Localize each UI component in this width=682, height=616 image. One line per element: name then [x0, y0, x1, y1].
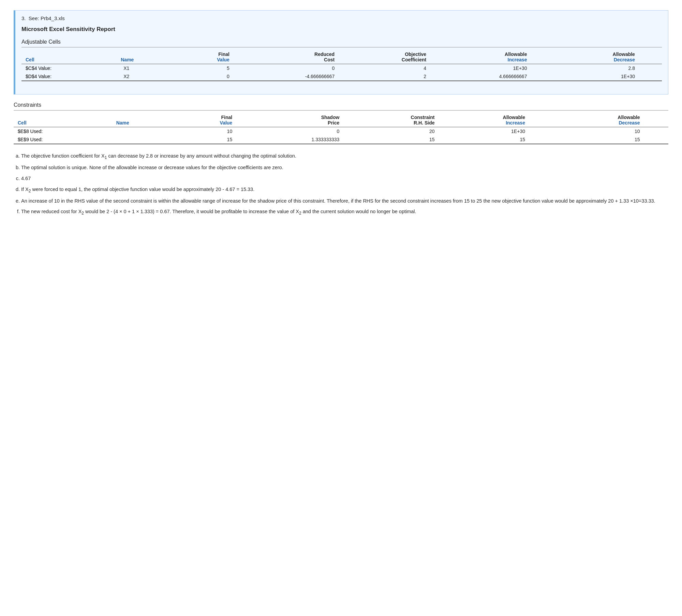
adj-spacer-1: [531, 64, 554, 73]
constraints-header-row2: Cell Name Value Price R.H. Side Increase…: [14, 120, 668, 127]
cth-spacer3: [529, 120, 553, 127]
th-cell-blank: [21, 50, 117, 57]
con-name-1: [112, 127, 175, 136]
constraint-row-1: $E$8 Used: 10 0 20 1E+30 10: [14, 127, 668, 136]
th-spacer4: [639, 57, 662, 64]
th-spacer1: [531, 50, 554, 57]
cth-constraint: Constraint: [343, 113, 439, 120]
answer-b: The optimal solution is unique. None of …: [21, 164, 668, 172]
th-final: Final: [176, 50, 234, 57]
adjustable-row-1: $C$4 Value: X1 5 0 4 1E+30 2.8: [21, 64, 662, 73]
th-increase-label: Increase: [430, 57, 531, 64]
cth-price-label: Price: [236, 120, 343, 127]
adjustable-header-row2: Cell Name Value Cost Coefficient Increas…: [21, 57, 662, 64]
adj-reduced-1: 0: [234, 64, 339, 73]
adj-coeff-2: 2: [339, 72, 430, 81]
con-cell-2: $E$9 Used:: [14, 135, 112, 144]
cth-decrease-label: Decrease: [553, 120, 644, 127]
adj-dec-1: 2.8: [554, 64, 639, 73]
adj-dec-2: 1E+30: [554, 72, 639, 81]
th-allowable-inc-1: Allowable: [430, 50, 531, 57]
con-inc-2: 15: [439, 135, 529, 144]
cth-spacer1: [529, 113, 553, 120]
cth-final: Final: [175, 113, 236, 120]
cth-allowable-inc: Allowable: [439, 113, 529, 120]
cth-spacer2: [644, 113, 668, 120]
constraints-table: Final Shadow Constraint Allowable Allowa…: [14, 113, 668, 144]
con-rhs-1: 20: [343, 127, 439, 136]
adj-cell-1: $C$4 Value:: [21, 64, 117, 73]
con-dec-1: 10: [553, 127, 644, 136]
constraints-header-row1: Final Shadow Constraint Allowable Allowa…: [14, 113, 668, 120]
con-spacer-4: [644, 135, 668, 144]
cth-shadow: Shadow: [236, 113, 343, 120]
cth-name-label: Name: [112, 120, 175, 127]
constraint-row-2: $E$9 Used: 15 1.333333333 15 15 15: [14, 135, 668, 144]
adj-final-2: 0: [176, 72, 234, 81]
answers-section: The objective function coefficient for X…: [14, 152, 668, 216]
th-objective: Objective: [339, 50, 430, 57]
adj-cell-2: $D$4 Value:: [21, 72, 117, 81]
con-final-1: 10: [175, 127, 236, 136]
adjustable-cells-title: Adjustable Cells: [21, 39, 662, 45]
th-spacer2: [639, 50, 662, 57]
answer-e: An increase of 10 in the RHS value of th…: [21, 197, 668, 205]
th-cost-label: Cost: [234, 57, 339, 64]
report-title: Microsoft Excel Sensitivity Report: [21, 26, 662, 33]
th-coeff-label: Coefficient: [339, 57, 430, 64]
adj-spacer-2: [639, 64, 662, 73]
con-name-2: [112, 135, 175, 144]
cth-rhs-label: R.H. Side: [343, 120, 439, 127]
adj-reduced-2: -4.666666667: [234, 72, 339, 81]
adjustable-cells-table: Final Reduced Objective Allowable Allowa…: [21, 50, 662, 81]
th-spacer3: [531, 57, 554, 64]
cth-increase-label: Increase: [439, 120, 529, 127]
answer-c: 4.67: [21, 175, 668, 182]
cth-value-label: Value: [175, 120, 236, 127]
con-spacer-2: [644, 127, 668, 136]
adjustable-cells-section: Adjustable Cells Final Reduced Objective…: [21, 39, 662, 81]
adj-spacer-4: [639, 72, 662, 81]
th-decrease-label: Decrease: [554, 57, 639, 64]
answer-f: The new reduced cost for X2 would be 2 -…: [21, 208, 668, 216]
th-allowable-dec-1: Allowable: [554, 50, 639, 57]
th-cell-label: Cell: [21, 57, 117, 64]
answer-a: The objective function coefficient for X…: [21, 152, 668, 161]
cth-name-blank: [112, 113, 175, 120]
con-spacer-3: [529, 135, 553, 144]
con-shadow-1: 0: [236, 127, 343, 136]
th-name-blank: [117, 50, 176, 57]
constraints-section: Constraints Final Shadow Constraint Allo…: [14, 102, 668, 144]
adj-inc-1: 1E+30: [430, 64, 531, 73]
con-spacer-1: [529, 127, 553, 136]
con-shadow-2: 1.333333333: [236, 135, 343, 144]
adj-name-1: X1: [117, 64, 176, 73]
con-rhs-2: 15: [343, 135, 439, 144]
adj-name-2: X2: [117, 72, 176, 81]
con-inc-1: 1E+30: [439, 127, 529, 136]
adjustable-row-2: $D$4 Value: X2 0 -4.666666667 2 4.666666…: [21, 72, 662, 81]
con-cell-1: $E$8 Used:: [14, 127, 112, 136]
th-value-label: Value: [176, 57, 234, 64]
con-final-2: 15: [175, 135, 236, 144]
cth-cell-label: Cell: [14, 120, 112, 127]
cth-cell-blank: [14, 113, 112, 120]
adj-spacer-3: [531, 72, 554, 81]
adjustable-header-row1: Final Reduced Objective Allowable Allowa…: [21, 50, 662, 57]
th-name-label: Name: [117, 57, 176, 64]
con-dec-2: 15: [553, 135, 644, 144]
cth-spacer4: [644, 120, 668, 127]
cth-allowable-dec: Allowable: [553, 113, 644, 120]
answer-d: If X2 were forced to equal 1, the optima…: [21, 186, 668, 194]
problem-number: 3. See: Prb4_3.xls: [21, 15, 662, 21]
adj-coeff-1: 4: [339, 64, 430, 73]
adj-final-1: 5: [176, 64, 234, 73]
adj-inc-2: 4.666666667: [430, 72, 531, 81]
th-reduced: Reduced: [234, 50, 339, 57]
constraints-title: Constraints: [14, 102, 668, 108]
